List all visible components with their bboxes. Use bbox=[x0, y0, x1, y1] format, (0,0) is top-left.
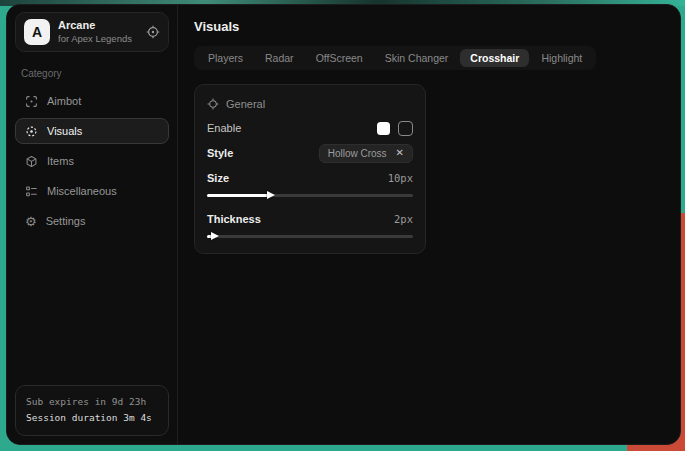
style-row: Style Hollow Cross ✕ bbox=[207, 142, 413, 164]
target-eye-icon bbox=[25, 125, 38, 138]
sidebar-item-label: Miscellaneous bbox=[47, 185, 117, 197]
tab-highlight[interactable]: Highlight bbox=[531, 49, 592, 67]
tab-offscreen[interactable]: OffScreen bbox=[306, 49, 373, 67]
thickness-value: 2px bbox=[394, 213, 413, 225]
enable-controls bbox=[377, 121, 413, 136]
session-duration-text: Session duration 3m 4s bbox=[26, 410, 158, 427]
size-label: Size bbox=[207, 172, 229, 184]
sidebar-item-label: Visuals bbox=[47, 125, 82, 137]
sidebar-item-label: Aimbot bbox=[47, 95, 81, 107]
sidebar: A Arcane for Apex Legends Category Aimbo bbox=[7, 5, 178, 444]
list-grid-icon bbox=[25, 185, 38, 198]
page-title: Visuals bbox=[194, 19, 664, 34]
style-selected-value: Hollow Cross bbox=[328, 148, 387, 159]
brand-text: Arcane for Apex Legends bbox=[58, 19, 132, 45]
color-swatch[interactable] bbox=[377, 122, 390, 135]
size-slider-thumb[interactable] bbox=[267, 191, 275, 199]
sidebar-item-aimbot[interactable]: Aimbot bbox=[15, 88, 169, 114]
arcane-menu-window: A Arcane for Apex Legends Category Aimbo bbox=[6, 4, 681, 445]
style-label: Style bbox=[207, 147, 233, 159]
app-subtitle: for Apex Legends bbox=[58, 33, 132, 45]
thickness-label: Thickness bbox=[207, 213, 261, 225]
scan-crosshair-icon bbox=[25, 95, 38, 108]
sidebar-item-miscellaneous[interactable]: Miscellaneous bbox=[15, 178, 169, 204]
sidebar-item-settings[interactable]: ⚙ Settings bbox=[15, 208, 169, 234]
general-panel: General Enable Style Hollow Cross ✕ Size… bbox=[194, 84, 426, 254]
app-logo: A bbox=[24, 19, 50, 45]
tab-radar[interactable]: Radar bbox=[255, 49, 304, 67]
visuals-tabbar: Players Radar OffScreen Skin Changer Cro… bbox=[194, 46, 596, 70]
sidebar-item-label: Settings bbox=[46, 215, 86, 227]
thickness-slider[interactable] bbox=[207, 231, 413, 241]
tab-skin-changer[interactable]: Skin Changer bbox=[375, 49, 459, 67]
clear-icon[interactable]: ✕ bbox=[396, 148, 404, 158]
sidebar-item-items[interactable]: Items bbox=[15, 148, 169, 174]
category-label: Category bbox=[21, 68, 163, 79]
thickness-row: Thickness 2px bbox=[207, 208, 413, 230]
size-value: 10px bbox=[388, 172, 413, 184]
crosshair-gear-icon bbox=[207, 98, 219, 110]
app-name: Arcane bbox=[58, 19, 132, 33]
style-dropdown[interactable]: Hollow Cross ✕ bbox=[319, 144, 413, 163]
panel-header-label: General bbox=[226, 98, 265, 110]
brand-card: A Arcane for Apex Legends bbox=[15, 12, 169, 52]
thickness-slider-track[interactable] bbox=[207, 235, 413, 238]
gear-icon: ⚙ bbox=[25, 215, 37, 228]
package-box-icon bbox=[25, 155, 38, 168]
size-slider-fill bbox=[207, 194, 269, 197]
panel-header: General bbox=[207, 94, 413, 114]
enable-label: Enable bbox=[207, 122, 241, 134]
sidebar-item-visuals[interactable]: Visuals bbox=[15, 118, 169, 144]
sub-expires-text: Sub expires in 9d 23h bbox=[26, 394, 158, 411]
enable-checkbox[interactable] bbox=[398, 121, 413, 136]
size-row: Size 10px bbox=[207, 167, 413, 189]
thickness-slider-thumb[interactable] bbox=[211, 232, 219, 240]
sidebar-item-label: Items bbox=[47, 155, 74, 167]
subscription-info-card: Sub expires in 9d 23h Session duration 3… bbox=[15, 385, 169, 436]
main-content: Visuals Players Radar OffScreen Skin Cha… bbox=[178, 5, 680, 444]
target-icon[interactable] bbox=[146, 25, 160, 39]
tab-players[interactable]: Players bbox=[198, 49, 253, 67]
size-slider[interactable] bbox=[207, 190, 413, 200]
tab-crosshair[interactable]: Crosshair bbox=[460, 49, 529, 67]
enable-row: Enable bbox=[207, 117, 413, 139]
